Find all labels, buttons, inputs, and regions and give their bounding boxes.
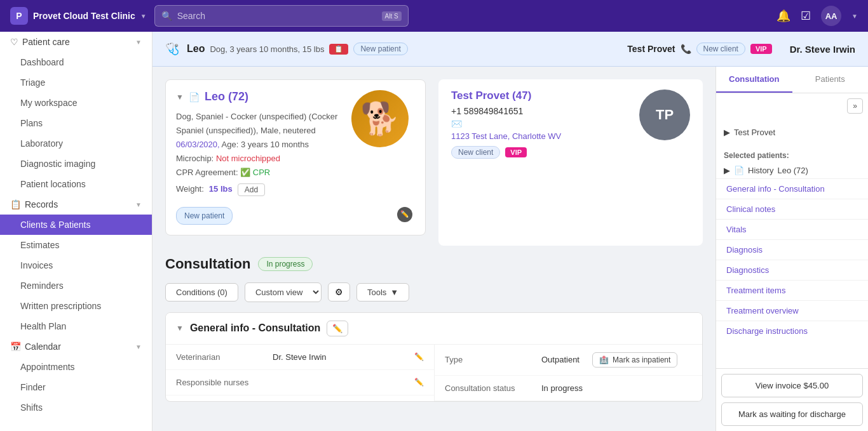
- tab-consultation[interactable]: Consultation: [716, 67, 792, 93]
- app-layout: ♡ Patient care ▼ Dashboard Triage My wor…: [0, 32, 868, 431]
- mark-inpatient-button[interactable]: 🏥 Mark as inpatient: [592, 352, 677, 368]
- patient-row-right[interactable]: ▶ 📄 History Leo (72): [716, 162, 868, 178]
- brand-area[interactable]: P Provet Cloud Test Clinic ▼: [10, 7, 147, 25]
- conditions-button[interactable]: Conditions (0): [165, 283, 238, 302]
- diagnostic-imaging-label: Diagnostic imaging: [20, 159, 95, 169]
- content-area: ▼ 📄 Leo (72) Dog, Spaniel - Cocker (unsp…: [153, 67, 868, 431]
- right-nav-items: General info - Consultation Clinical not…: [716, 178, 868, 341]
- custom-view-select[interactable]: Custom view: [245, 282, 322, 302]
- right-nav-vitals[interactable]: Vitals: [716, 219, 868, 239]
- sidebar-item-appointments[interactable]: Appointments: [0, 357, 152, 377]
- edit-photo-button[interactable]: ✏️: [397, 207, 412, 222]
- right-nav-clinical-notes[interactable]: Clinical notes: [716, 199, 868, 219]
- expand-panel-button[interactable]: »: [847, 98, 863, 114]
- estimates-label: Estimates: [20, 240, 59, 250]
- tab-patients[interactable]: Patients: [792, 67, 869, 93]
- sidebar: ♡ Patient care ▼ Dashboard Triage My wor…: [0, 32, 153, 431]
- right-nav-diagnostics[interactable]: Diagnostics: [716, 260, 868, 280]
- search-bar[interactable]: 🔍 Alt S: [154, 5, 409, 27]
- sidebar-item-clients-patients[interactable]: Clients & Patients: [0, 215, 152, 235]
- collapse-patient-btn[interactable]: ▼: [176, 93, 184, 102]
- sidebar-item-patient-locations[interactable]: Patient locations: [0, 174, 152, 194]
- client-address[interactable]: 1123 Test Lane, Charlotte WV: [451, 131, 627, 141]
- veterinarian-edit-btn[interactable]: ✏️: [414, 352, 424, 361]
- sidebar-item-shifts[interactable]: Shifts: [0, 397, 152, 418]
- client-badges: New client VIP: [451, 146, 627, 159]
- patient-name-right: Leo (72): [777, 166, 808, 175]
- patient-card: ▼ 📄 Leo (72) Dog, Spaniel - Cocker (unsp…: [165, 79, 426, 235]
- patient-care-label: Patient care: [22, 37, 70, 47]
- chevron-right-patient-icon: ▶: [724, 166, 730, 175]
- right-nav-diagnosis[interactable]: Diagnosis: [716, 239, 868, 260]
- sidebar-item-my-workspace[interactable]: My workspace: [0, 93, 152, 113]
- search-input[interactable]: [177, 11, 377, 21]
- laboratory-label: Laboratory: [20, 138, 63, 149]
- triage-label: Triage: [20, 77, 45, 88]
- heart-icon: ♡: [10, 37, 18, 47]
- main-content: 🩺 Leo Dog, 3 years 10 months, 15 lbs 📋 N…: [153, 32, 868, 431]
- invoices-label: Invoices: [20, 260, 53, 270]
- sidebar-item-written-prescriptions[interactable]: Written prescriptions: [0, 296, 152, 316]
- history-icon: 📄: [734, 166, 744, 175]
- brand-icon: P: [10, 7, 28, 25]
- finder-label: Finder: [20, 382, 46, 392]
- client-name-header[interactable]: Test Provet: [627, 44, 675, 54]
- sidebar-item-reminders[interactable]: Reminders: [0, 275, 152, 296]
- patient-weight-row: Weight: 15 lbs Add: [176, 182, 339, 196]
- section-edit-button[interactable]: ✏️: [327, 321, 348, 336]
- sidebar-group-records[interactable]: 📋 Records ▼: [0, 194, 152, 215]
- records-label: Records: [25, 199, 58, 209]
- mark-waiting-discharge-button[interactable]: Mark as waiting for discharge: [721, 402, 863, 426]
- patient-card-info: ▼ 📄 Leo (72) Dog, Spaniel - Cocker (unsp…: [176, 90, 339, 225]
- top-navigation: P Provet Cloud Test Clinic ▼ 🔍 Alt S 🔔 ☑…: [0, 0, 868, 32]
- sidebar-item-health-plan[interactable]: Health Plan: [0, 316, 152, 336]
- patient-new-patient-tag[interactable]: New patient: [176, 207, 233, 225]
- sidebar-item-finder[interactable]: Finder: [0, 377, 152, 397]
- user-avatar-btn[interactable]: AA: [821, 6, 841, 26]
- sidebar-item-invoices[interactable]: Invoices: [0, 255, 152, 275]
- consultation-title: Consultation: [165, 256, 250, 272]
- sidebar-item-plans[interactable]: Plans: [0, 113, 152, 133]
- new-patient-badge[interactable]: New patient: [353, 43, 407, 55]
- add-weight-button[interactable]: Add: [238, 183, 265, 196]
- consultation-header: Consultation In progress: [165, 256, 703, 272]
- notifications-icon[interactable]: 🔔: [776, 9, 790, 23]
- sidebar-item-laboratory[interactable]: Laboratory: [0, 133, 152, 154]
- sidebar-item-dashboard[interactable]: Dashboard: [0, 52, 152, 72]
- nav-icons-area: 🔔 ☑ AA ▼: [776, 6, 858, 26]
- status-row: Consultation status In progress: [434, 376, 702, 401]
- sidebar-group-calendar[interactable]: 📅 Calendar ▼: [0, 336, 152, 357]
- hospital-icon: 🏥: [599, 355, 609, 364]
- nurses-edit-btn[interactable]: ✏️: [414, 378, 424, 387]
- tools-button[interactable]: Tools ▼: [356, 283, 409, 302]
- sidebar-item-triage[interactable]: Triage: [0, 72, 152, 93]
- client-name-right: Test Provet: [734, 128, 775, 137]
- sidebar-group-patient-care[interactable]: ♡ Patient care ▼: [0, 32, 152, 52]
- patient-record-icon: 📄: [189, 92, 200, 102]
- new-client-badge[interactable]: New client: [696, 43, 745, 55]
- gear-settings-button[interactable]: ⚙: [328, 282, 350, 302]
- dog-emoji-icon: 🐕: [360, 90, 400, 147]
- tasks-icon[interactable]: ☑: [801, 9, 811, 23]
- right-nav-general-info[interactable]: General info - Consultation: [716, 178, 868, 199]
- client-avatar: TP: [639, 90, 690, 140]
- client-name-card[interactable]: Test Provet (47): [451, 90, 627, 102]
- client-new-client-tag[interactable]: New client: [451, 146, 500, 159]
- calendar-label: Calendar: [25, 341, 61, 352]
- patient-cpr: CPR Agreement: ✅ CPR: [176, 166, 339, 180]
- patient-header-bar: 🩺 Leo Dog, 3 years 10 months, 15 lbs 📋 N…: [153, 32, 868, 67]
- right-nav-discharge-instructions[interactable]: Discharge instructions: [716, 321, 868, 341]
- client-row-right[interactable]: ▶ Test Provet: [724, 124, 860, 141]
- sidebar-item-diagnostic-imaging[interactable]: Diagnostic imaging: [0, 154, 152, 174]
- tools-chevron-icon: ▼: [390, 288, 398, 297]
- sidebar-item-estimates[interactable]: Estimates: [0, 235, 152, 255]
- calendar-chevron-icon: ▼: [135, 343, 142, 350]
- collapse-section-btn[interactable]: ▼: [176, 324, 184, 333]
- stethoscope-icon: 🩺: [165, 42, 179, 56]
- chevron-right-icon: ▶: [724, 128, 730, 137]
- appointments-label: Appointments: [20, 362, 75, 372]
- doctor-name-header: Dr. Steve Irwin: [790, 44, 855, 55]
- right-nav-treatment-items[interactable]: Treatment items: [716, 280, 868, 300]
- view-invoice-button[interactable]: View invoice $45.00: [721, 374, 863, 397]
- right-nav-treatment-overview[interactable]: Treatment overview: [716, 300, 868, 321]
